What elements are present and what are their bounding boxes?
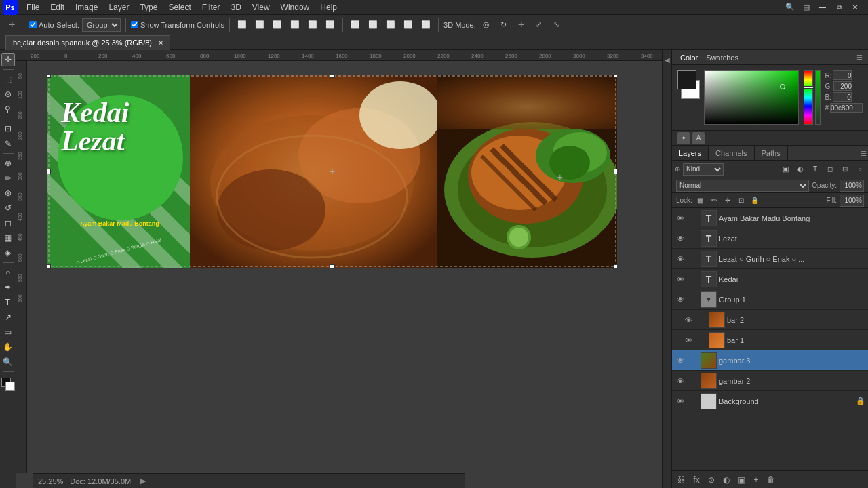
- layer-gambar2[interactable]: 👁 gambar 2: [672, 371, 868, 391]
- menu-edit[interactable]: Edit: [45, 1, 69, 14]
- menu-window[interactable]: Window: [276, 1, 315, 14]
- path-tool[interactable]: ↗: [1, 310, 15, 324]
- ai-icon[interactable]: ✦: [677, 132, 690, 144]
- distribute-btn-1[interactable]: ⬜: [348, 18, 363, 33]
- fg-bg-colors[interactable]: [1, 378, 15, 391]
- distribute-btn-4[interactable]: ⬜: [401, 18, 416, 33]
- search-btn[interactable]: 🔍: [783, 0, 797, 15]
- zoom-tool[interactable]: 🔍: [1, 355, 15, 369]
- gradient-tool[interactable]: ▦: [1, 231, 15, 245]
- menu-layer[interactable]: Layer: [104, 1, 134, 14]
- auto-select-check[interactable]: [29, 21, 37, 28]
- color-panel-menu[interactable]: ☰: [856, 54, 863, 61]
- workspace-btn[interactable]: ▤: [799, 0, 814, 15]
- layer-kind-select[interactable]: Kind Name Effect Mode Attribute Color: [683, 163, 724, 176]
- align-right-btn[interactable]: ⬜: [270, 18, 285, 33]
- lock-transparent-btn[interactable]: ▦: [695, 195, 706, 206]
- canvas-viewport[interactable]: Kedai Lezat Ayam Bakar Madu Bontang ◇ Le…: [27, 61, 662, 473]
- hue-slider[interactable]: [804, 70, 813, 125]
- r-input[interactable]: [833, 70, 852, 80]
- eye-lezat-gurih[interactable]: 👁: [675, 253, 686, 264]
- 3d-slide-btn[interactable]: ⤢: [532, 18, 547, 33]
- 3d-orbit-btn[interactable]: ◎: [479, 18, 494, 33]
- group-select[interactable]: Group Layer: [82, 18, 121, 32]
- b-input[interactable]: [833, 92, 852, 102]
- color-tab[interactable]: Color: [677, 54, 701, 62]
- 3d-scale-btn[interactable]: ⤡: [549, 18, 564, 33]
- crop-tool[interactable]: ⊡: [1, 122, 15, 136]
- restore-btn[interactable]: ⧉: [831, 0, 846, 15]
- eye-bar1[interactable]: 👁: [683, 335, 694, 346]
- g-input[interactable]: [833, 81, 852, 91]
- layer-gambar3[interactable]: 👁 gambar 3: [672, 350, 868, 371]
- filter-toggle-btn[interactable]: ○: [854, 163, 865, 176]
- menu-3d[interactable]: 3D: [226, 1, 245, 14]
- eye-bar2[interactable]: 👁: [683, 314, 694, 325]
- type-filter-btn[interactable]: T: [808, 163, 822, 176]
- add-mask-btn[interactable]: ⊙: [705, 474, 718, 486]
- eraser-tool[interactable]: ◻: [1, 216, 15, 230]
- layer-background[interactable]: 👁 Background 🔒: [672, 391, 868, 411]
- pen-tool[interactable]: ✒: [1, 281, 15, 294]
- align-center-h-btn[interactable]: ⬜: [252, 18, 267, 33]
- lock-pixels-btn[interactable]: ✏: [709, 195, 719, 206]
- link-layers-btn[interactable]: ⛓: [675, 474, 688, 486]
- quick-select-tool[interactable]: ⚲: [1, 102, 15, 116]
- align-bottom-btn[interactable]: ⬜: [323, 18, 338, 33]
- adjustment-layer-btn[interactable]: ◐: [719, 474, 733, 486]
- menu-view[interactable]: View: [248, 1, 275, 14]
- menu-image[interactable]: Image: [71, 1, 102, 14]
- background-color[interactable]: [5, 382, 15, 391]
- eye-group-1[interactable]: 👁: [675, 294, 686, 305]
- document-tab[interactable]: bejalar desain spanduk @ 25.3% (RGB/8) ×: [5, 35, 170, 50]
- layer-kedai[interactable]: 👁 T Kedai: [672, 269, 868, 289]
- channels-tab[interactable]: Channels: [709, 146, 754, 160]
- auto-select-checkbox[interactable]: Auto-Select:: [29, 21, 79, 29]
- align-left-btn[interactable]: ⬜: [235, 18, 250, 33]
- blend-mode-select[interactable]: Normal Dissolve Multiply Screen Overlay: [676, 180, 809, 192]
- layer-effects-btn[interactable]: fx: [690, 474, 703, 486]
- menu-filter[interactable]: Filter: [197, 1, 225, 14]
- 3d-pan-btn[interactable]: ✛: [514, 18, 529, 33]
- group-layers-btn[interactable]: ▣: [734, 474, 748, 486]
- menu-help[interactable]: Help: [315, 1, 342, 14]
- smartobj-filter-btn[interactable]: ⊡: [838, 163, 852, 176]
- type-tool[interactable]: T: [1, 296, 15, 309]
- paths-tab[interactable]: Paths: [755, 146, 788, 160]
- color-gradient[interactable]: [704, 70, 799, 125]
- brush-tool[interactable]: ✏: [1, 171, 15, 185]
- collapse-btn[interactable]: ◀: [663, 53, 671, 66]
- eye-lezat[interactable]: 👁: [675, 233, 686, 244]
- layer-lezat-gurih[interactable]: 👁 T Lezat ○ Gurih ○ Enak ○ ...: [672, 249, 868, 269]
- layer-ayam-bakar[interactable]: 👁 T Ayam Bakar Madu Bontang: [672, 208, 868, 228]
- layer-bar1[interactable]: 👁 bar 1: [672, 330, 868, 350]
- menu-select[interactable]: Select: [163, 1, 195, 14]
- eye-gambar3[interactable]: 👁: [675, 355, 686, 366]
- eyedropper-tool[interactable]: ✎: [1, 137, 15, 150]
- eye-kedai[interactable]: 👁: [675, 274, 686, 285]
- new-layer-btn[interactable]: +: [749, 474, 763, 486]
- hand-tool[interactable]: ✋: [1, 340, 15, 354]
- layer-bar2[interactable]: 👁 bar 2: [672, 310, 868, 330]
- hex-input[interactable]: [830, 103, 863, 113]
- move-tool-icon[interactable]: ✛: [4, 18, 19, 33]
- clone-tool[interactable]: ⊛: [1, 186, 15, 200]
- distribute-btn-2[interactable]: ⬜: [366, 18, 380, 33]
- delete-layer-btn[interactable]: 🗑: [764, 474, 778, 486]
- blur-tool[interactable]: ◈: [1, 246, 15, 260]
- eye-gambar2[interactable]: 👁: [675, 375, 686, 386]
- shape-tool[interactable]: ▭: [1, 325, 15, 339]
- show-transform-check[interactable]: [131, 21, 138, 28]
- align-top-btn[interactable]: ⬜: [288, 18, 302, 33]
- layers-tab[interactable]: Layers: [672, 146, 709, 160]
- menu-type[interactable]: Type: [135, 1, 162, 14]
- 3d-roll-btn[interactable]: ↻: [496, 18, 511, 33]
- minimize-btn[interactable]: ─: [815, 0, 830, 15]
- adjustment-filter-btn[interactable]: ◐: [793, 163, 807, 176]
- opacity-input[interactable]: [840, 180, 864, 192]
- layers-panel-menu[interactable]: ☰: [859, 146, 868, 161]
- show-transform-checkbox[interactable]: Show Transform Controls: [131, 21, 224, 29]
- eye-ayam-bakar[interactable]: 👁: [675, 213, 686, 224]
- typography-icon[interactable]: A: [692, 132, 705, 144]
- status-arrow[interactable]: ▶: [138, 476, 149, 487]
